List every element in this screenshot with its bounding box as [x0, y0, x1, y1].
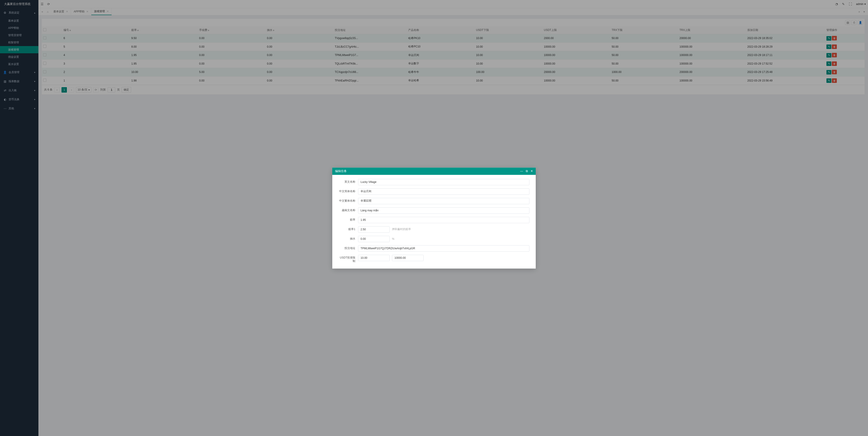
hint-rate1: 押和赢时的赔率	[392, 227, 411, 231]
input-rate[interactable]	[358, 217, 529, 223]
input-rate1[interactable]	[358, 226, 390, 233]
input-cn-name[interactable]	[358, 188, 529, 195]
unit-draw: %	[392, 237, 395, 240]
input-addr[interactable]	[358, 245, 529, 251]
input-tw-name[interactable]	[358, 198, 529, 204]
modal-maximize-icon[interactable]: ⧉	[526, 169, 528, 173]
edit-modal: 编辑任务 — ⧉ ✕ 英文名称 中文简体名称 中文繁体名称 越南文名称 赔率 赔…	[332, 168, 536, 268]
label-en-name: 英文名称	[339, 179, 358, 184]
label-usdt-limit: USDT投资限制	[339, 255, 358, 263]
modal-title: 编辑任务	[335, 169, 518, 173]
modal-header: 编辑任务 — ⧉ ✕	[332, 168, 536, 175]
label-tw-name: 中文繁体名称	[339, 198, 358, 203]
input-usdt-max[interactable]	[392, 255, 424, 261]
modal-body: 英文名称 中文简体名称 中文繁体名称 越南文名称 赔率 赔率1 押和赢时的赔率	[332, 175, 536, 268]
label-addr: 投注地址	[339, 245, 358, 250]
modal-close-icon[interactable]: ✕	[530, 169, 533, 173]
label-rate1: 赔率1	[339, 226, 358, 231]
input-draw[interactable]	[358, 236, 390, 242]
input-vn-name[interactable]	[358, 207, 529, 213]
modal-minimize-icon[interactable]: —	[520, 169, 523, 173]
label-rate: 赔率	[339, 217, 358, 222]
input-en-name[interactable]	[358, 179, 529, 185]
input-usdt-min[interactable]	[358, 255, 390, 261]
label-cn-name: 中文简体名称	[339, 188, 358, 193]
label-draw: 抽水	[339, 236, 358, 241]
label-vn-name: 越南文名称	[339, 207, 358, 212]
